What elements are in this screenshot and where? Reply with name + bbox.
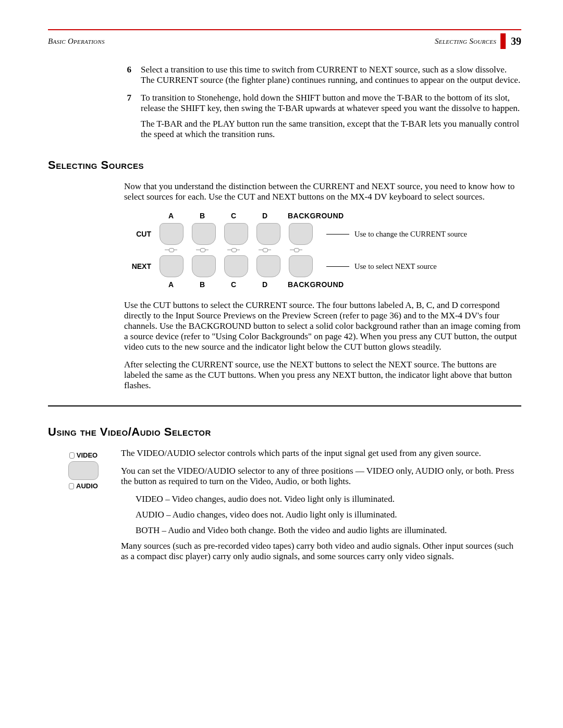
- col-label: B: [191, 212, 214, 220]
- col-label: C: [222, 280, 245, 289]
- keycap-icon: [68, 461, 99, 480]
- diagram-row-cut: CUT Use to change the CURRENT source: [126, 223, 521, 245]
- keycap-icon: [160, 255, 183, 277]
- col-label: A: [160, 280, 182, 289]
- leader-line-icon: [326, 266, 349, 267]
- body-paragraph: The VIDEO/AUDIO selector controls which …: [121, 448, 521, 459]
- indicator-icon: [222, 248, 245, 252]
- mode-item: BOTH – Audio and Video both change. Both…: [136, 525, 521, 536]
- leader-line-icon: [326, 234, 349, 235]
- keycap-icon: [160, 223, 183, 245]
- step-number: 6: [124, 65, 131, 85]
- annotation-text: Use to select NEXT source: [354, 262, 437, 271]
- cut-next-diagram: A B C D BACKGROUND CUT Use to change: [126, 212, 521, 289]
- diagram-annotation: Use to change the CURRENT source: [326, 230, 467, 239]
- diagram-row-next: NEXT Use to select NEXT source: [126, 255, 521, 277]
- keycap-icon: [224, 223, 248, 245]
- keycap-icon: [224, 255, 248, 277]
- keycap-icon: [289, 223, 313, 245]
- indicator-icon: [160, 248, 182, 252]
- annotation-text: Use to change the CURRENT source: [354, 230, 467, 239]
- step-list: 6 Select a transition to use this time t…: [124, 65, 521, 140]
- col-label: A: [160, 212, 182, 220]
- va-label-audio: AUDIO: [76, 482, 98, 490]
- col-label: D: [253, 212, 276, 220]
- header-left: Basic Operations: [48, 37, 105, 46]
- step-item: 7 To transition to Stonehenge, hold down…: [124, 93, 521, 140]
- step-text: Select a transition to use this time to …: [141, 65, 521, 85]
- row-label-next: NEXT: [126, 262, 151, 270]
- step-after-text: The T-BAR and the PLAY button run the sa…: [141, 119, 521, 140]
- body-paragraph: After selecting the CURRENT source, use …: [124, 360, 521, 391]
- mode-item: VIDEO – Video changes, audio does not. V…: [136, 494, 521, 504]
- col-label: D: [253, 280, 276, 289]
- mode-item: AUDIO – Audio changes, video does not. A…: [136, 510, 521, 520]
- keycap-icon: [192, 223, 216, 245]
- page-header: Basic Operations Selecting Sources 39: [48, 33, 521, 49]
- section-heading-va-selector: Using the Video/Audio Selector: [48, 425, 521, 439]
- col-label-background: BACKGROUND: [288, 280, 344, 289]
- step-text: To transition to Stonehenge, hold down t…: [141, 93, 521, 114]
- row-label-cut: CUT: [126, 230, 151, 238]
- va-label-video: VIDEO: [77, 451, 97, 459]
- led-icon: [69, 452, 75, 459]
- indicator-icon: [253, 248, 276, 252]
- keycap-icon: [256, 223, 280, 245]
- indicator-icon: [191, 248, 214, 252]
- header-right: Selecting Sources 39: [435, 33, 521, 49]
- mode-list: VIDEO – Video changes, audio does not. V…: [136, 494, 521, 536]
- body-paragraph: You can set the VIDEO/AUDIO selector to …: [121, 466, 521, 487]
- diagram-col-labels-bottom: A B C D BACKGROUND: [160, 280, 521, 289]
- keycap-icon: [192, 255, 216, 277]
- col-label-background: BACKGROUND: [288, 212, 344, 220]
- page-marker-icon: [500, 33, 506, 49]
- top-rule: [48, 29, 521, 30]
- step-item: 6 Select a transition to use this time t…: [124, 65, 521, 85]
- keycap-icon: [256, 255, 280, 277]
- section-heading-selecting-sources: Selecting Sources: [48, 158, 521, 172]
- diagram-annotation: Use to select NEXT source: [326, 262, 437, 271]
- intro-paragraph: Now that you understand the distinction …: [124, 181, 521, 202]
- keycap-icon: [289, 255, 313, 277]
- body-paragraph: Use the CUT buttons to select the CURREN…: [124, 300, 521, 352]
- page-number: 39: [511, 35, 521, 47]
- diagram-indicator-row: [160, 248, 521, 252]
- header-section-label: Selecting Sources: [435, 37, 496, 46]
- step-number: 7: [124, 93, 131, 140]
- va-selector-figure: VIDEO AUDIO: [57, 451, 109, 490]
- body-paragraph: Many sources (such as pre-recorded video…: [121, 541, 521, 562]
- diagram-col-labels-top: A B C D BACKGROUND: [160, 212, 521, 220]
- col-label: C: [222, 212, 245, 220]
- section-divider: [48, 405, 521, 406]
- indicator-icon: [285, 248, 308, 252]
- led-icon: [69, 483, 74, 489]
- col-label: B: [191, 280, 214, 289]
